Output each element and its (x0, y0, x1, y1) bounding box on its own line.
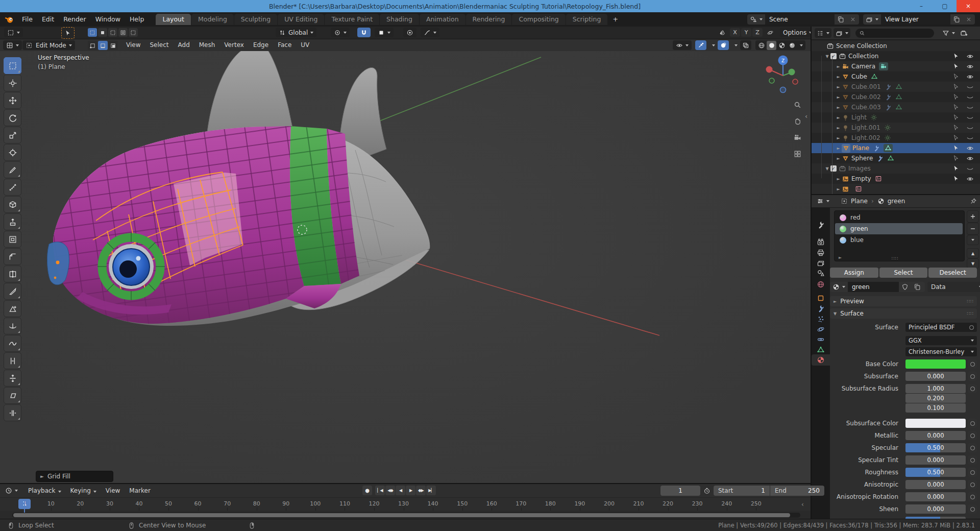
gizmo-toggle[interactable] (695, 40, 706, 50)
slot-specials-dropdown[interactable] (967, 235, 979, 245)
field-subsurface[interactable]: 0.000 (905, 372, 966, 381)
tool-bevel[interactable] (4, 248, 21, 265)
properties-tab-tool[interactable] (812, 219, 830, 230)
properties-tab-scene[interactable] (812, 268, 830, 279)
expander-icon[interactable]: ▼ (824, 166, 830, 171)
scene-copy-button[interactable] (835, 14, 847, 25)
shading-wireframe-button[interactable] (756, 41, 766, 50)
play-reverse-button[interactable]: ◀ (396, 486, 405, 495)
tool-spin[interactable] (4, 318, 21, 334)
camera-view-button[interactable] (791, 131, 804, 144)
expander-icon[interactable]: ► (835, 177, 842, 181)
operator-panel[interactable]: ► Grid Fill (36, 471, 113, 482)
properties-tab-modifiers[interactable] (812, 303, 830, 314)
visibility-toggle[interactable] (966, 175, 974, 183)
proportional-edit-toggle[interactable] (403, 28, 416, 37)
view-layer-name[interactable]: View Layer (881, 14, 950, 25)
restrict-select-toggle[interactable] (952, 175, 960, 182)
breadcrumb-object[interactable]: Plane (851, 198, 868, 205)
distribution-dropdown[interactable]: GGX (905, 336, 977, 345)
shading-rendered-button[interactable] (787, 41, 797, 50)
properties-editor-type-dropdown[interactable] (815, 197, 831, 206)
select-mode-invert[interactable] (118, 28, 128, 37)
timeline-scrollbar-handle[interactable] (13, 513, 790, 517)
gizmo-y-neg-axis[interactable] (769, 78, 774, 83)
scene-unlink-button[interactable] (847, 14, 859, 25)
restrict-select-toggle[interactable] (952, 155, 960, 162)
surface-shader-dropdown[interactable]: Principled BSDF (905, 323, 977, 332)
workspace-tab-uv-editing[interactable]: UV Editing (278, 14, 324, 25)
field-sheen[interactable]: 0.000 (905, 504, 966, 514)
properties-tab-output[interactable] (812, 247, 830, 258)
tool-extrude-region[interactable] (4, 213, 21, 230)
outliner-filter-id-dropdown[interactable] (834, 28, 850, 38)
image-badge-icon[interactable] (875, 175, 882, 182)
shading-dropdown-arrow[interactable] (800, 44, 803, 46)
vertex-select-button[interactable] (88, 41, 97, 50)
light-badge-icon[interactable] (884, 124, 891, 131)
wrench-badge-icon[interactable] (885, 93, 892, 101)
viewport-canvas[interactable]: Z (0, 51, 811, 483)
node-socket-button[interactable] (968, 431, 977, 440)
tool-rotate[interactable] (4, 109, 21, 126)
visibility-toggle[interactable] (966, 83, 974, 91)
light-badge-icon[interactable] (870, 114, 877, 121)
field-anisotropic-rotation[interactable]: 0.000 (905, 492, 966, 501)
timeline-menu-playback[interactable]: Playback (23, 484, 66, 497)
tool-select-box[interactable] (4, 57, 21, 74)
mesh-active-badge-icon[interactable] (884, 144, 893, 152)
visibility-toggle[interactable] (966, 144, 974, 152)
xray-toggle[interactable] (740, 40, 751, 50)
outliner-row-light[interactable]: ►Light (812, 112, 980, 123)
material-slot-green[interactable]: green (835, 223, 963, 234)
pivot-point-dropdown[interactable] (331, 28, 350, 37)
new-collection-button[interactable] (958, 28, 970, 38)
expander-icon[interactable]: ► (835, 75, 842, 79)
node-socket-button[interactable] (968, 468, 977, 477)
outliner-filter-dropdown[interactable] (940, 28, 957, 38)
restrict-select-toggle[interactable] (952, 114, 960, 121)
menu-file[interactable]: File (17, 12, 37, 27)
field-specular-tint[interactable]: 0.000 (905, 455, 966, 465)
properties-tab-particles[interactable] (812, 313, 830, 325)
select-mode-subtract[interactable] (108, 28, 117, 37)
wrench-badge-icon[interactable] (885, 104, 892, 111)
perspective-toggle-button[interactable] (791, 147, 804, 160)
add-workspace-button[interactable]: + (608, 12, 622, 27)
field-specular[interactable]: 0.500 (905, 443, 966, 452)
orientation-dropdown[interactable]: Global (276, 28, 316, 37)
stopwatch-icon[interactable] (703, 487, 710, 494)
restrict-select-toggle[interactable] (952, 93, 960, 101)
outliner-row-light-002[interactable]: ►Light.002 (812, 133, 980, 143)
collection-checkbox[interactable]: ✓ (830, 53, 837, 59)
jump-to-end-button[interactable]: ▶▏ (426, 486, 436, 495)
workspace-tab-texture-paint[interactable]: Texture Paint (325, 14, 379, 25)
tool-smooth[interactable] (4, 335, 21, 352)
wrench-badge-icon[interactable] (873, 144, 880, 152)
select-button[interactable]: Select (879, 268, 928, 278)
visibility-toggle[interactable] (966, 73, 974, 81)
expander-icon[interactable]: ► (835, 156, 842, 161)
viewport-menu-edge[interactable]: Edge (249, 39, 273, 51)
outliner-row-cube-001[interactable]: ►Cube.001 (812, 82, 980, 92)
select-mode-intersect[interactable] (129, 28, 138, 37)
field-metallic[interactable]: 0.000 (905, 431, 966, 440)
node-socket-button[interactable] (968, 480, 977, 489)
properties-tab-object-data[interactable] (812, 344, 830, 355)
properties-tab-constraints[interactable] (812, 334, 830, 345)
tool-inset-faces[interactable] (4, 231, 21, 248)
outliner-row-plane[interactable]: ►Plane (812, 143, 980, 153)
start-frame-field[interactable]: Start1 (714, 486, 770, 496)
visibility-toggle[interactable] (966, 93, 974, 101)
wrench-badge-icon[interactable] (885, 83, 892, 90)
surface-panel-header[interactable]: ▼ Surface ∷∷ (830, 308, 977, 319)
node-socket-button[interactable] (968, 419, 977, 428)
previous-keyframe-button[interactable]: ◀◆ (385, 486, 395, 495)
slot-move-down-button[interactable]: ▼ (967, 258, 979, 269)
tool-cursor[interactable] (4, 75, 21, 91)
outliner-row-images[interactable]: ▼✓Images (812, 163, 980, 174)
viewport-menu-view[interactable]: View (121, 39, 145, 51)
timeline-menu-keying[interactable]: Keying (66, 484, 101, 497)
select-mode-new[interactable] (88, 28, 97, 37)
view-layer-browse-button[interactable] (863, 14, 881, 25)
